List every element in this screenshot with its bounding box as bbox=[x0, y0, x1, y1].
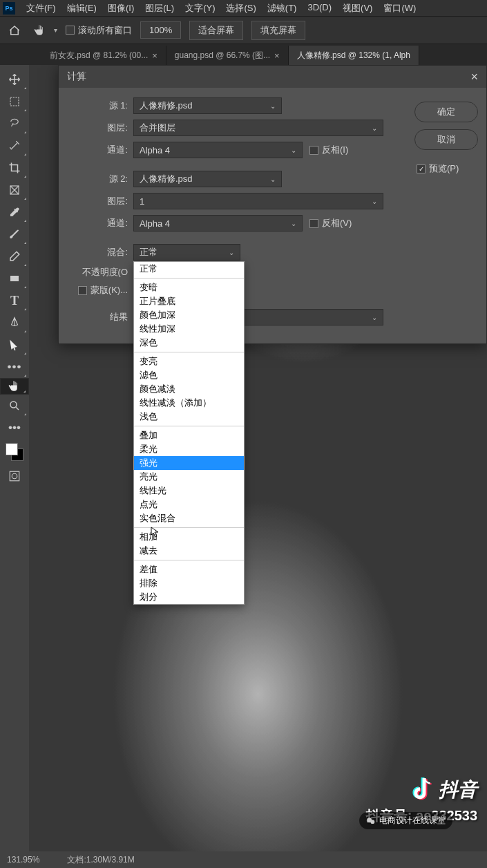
options-bar: ▾ 滚动所有窗口 100% 适合屏幕 填充屏幕 bbox=[0, 17, 487, 44]
svg-point-3 bbox=[10, 402, 17, 408]
frame-tool[interactable] bbox=[0, 179, 29, 201]
blend-option[interactable]: 线性加深 bbox=[134, 322, 244, 336]
blend-option[interactable]: 差值 bbox=[134, 563, 244, 576]
status-zoom: 131.95% bbox=[7, 855, 39, 865]
menu-item[interactable]: 3D(D) bbox=[302, 1, 337, 16]
pen-tool[interactable] bbox=[0, 312, 29, 334]
source1-label: 源 1: bbox=[67, 100, 133, 112]
layer1-select[interactable]: 合并图层⌄ bbox=[133, 120, 383, 136]
ok-button[interactable]: 确定 bbox=[414, 102, 478, 122]
close-icon[interactable]: × bbox=[470, 70, 478, 84]
chevron-down-icon: ⌄ bbox=[270, 176, 276, 183]
blend-option[interactable]: 正片叠底 bbox=[134, 294, 244, 308]
color-swatches[interactable] bbox=[0, 439, 29, 465]
calculations-dialog: 计算 × 源 1: 人像精修.psd⌄ 图层: 合并图层⌄ 通道: Alpha … bbox=[58, 65, 487, 344]
eyedropper-tool[interactable] bbox=[0, 201, 29, 223]
menu-item[interactable]: 图像(I) bbox=[102, 1, 140, 16]
blend-option[interactable]: 正常 bbox=[134, 262, 244, 276]
blend-option[interactable]: 减去 bbox=[134, 544, 244, 558]
source2-label: 源 2: bbox=[67, 173, 133, 185]
foreground-swatch[interactable] bbox=[6, 443, 18, 455]
home-icon[interactable] bbox=[7, 23, 22, 38]
blend-option[interactable]: 柔光 bbox=[134, 442, 244, 456]
blend-option[interactable]: 相加 bbox=[134, 530, 244, 544]
close-icon[interactable]: × bbox=[152, 50, 157, 61]
blend-option[interactable]: 浅色 bbox=[134, 410, 244, 424]
document-tab[interactable]: 人像精修.psd @ 132% (1, Alph bbox=[289, 46, 419, 65]
blend-option[interactable]: 滤色 bbox=[134, 368, 244, 382]
zoom-percent-button[interactable]: 100% bbox=[140, 21, 181, 39]
menu-item[interactable]: 视图(V) bbox=[337, 1, 378, 16]
fit-screen-button[interactable]: 适合屏幕 bbox=[189, 21, 243, 40]
chevron-down-icon: ⌄ bbox=[372, 198, 377, 205]
blend-option[interactable]: 线性光 bbox=[134, 484, 244, 498]
close-icon[interactable]: × bbox=[274, 50, 280, 61]
crop-tool[interactable] bbox=[0, 157, 29, 179]
menu-item[interactable]: 滤镜(T) bbox=[262, 1, 303, 16]
blend-option[interactable]: 亮光 bbox=[134, 470, 244, 484]
menu-item[interactable]: 文件(F) bbox=[21, 1, 61, 16]
marquee-tool[interactable] bbox=[0, 91, 29, 113]
blend-option[interactable]: 变暗 bbox=[134, 281, 244, 294]
blend-option[interactable]: 颜色减淡 bbox=[134, 382, 244, 396]
lasso-tool[interactable] bbox=[0, 113, 29, 135]
blend-option[interactable]: 点光 bbox=[134, 498, 244, 511]
blend-option[interactable]: 深色 bbox=[134, 336, 244, 350]
document-tab[interactable]: 前女友.psd @ 81.2% (00...× bbox=[41, 46, 166, 65]
layer2-label: 图层: bbox=[67, 195, 133, 207]
eraser-tool[interactable] bbox=[0, 245, 29, 267]
menu-item[interactable]: 选择(S) bbox=[220, 1, 261, 16]
status-doc: 文档:1.30M/3.91M bbox=[67, 854, 134, 866]
fill-screen-button[interactable]: 填充屏幕 bbox=[251, 21, 305, 40]
blend-option[interactable]: 叠加 bbox=[134, 428, 244, 442]
blend-option[interactable]: 实色混合 bbox=[134, 511, 244, 525]
wand-tool[interactable] bbox=[0, 135, 29, 157]
brush-tool[interactable] bbox=[0, 223, 29, 245]
blend-option[interactable]: 变亮 bbox=[134, 355, 244, 368]
chevron-down-icon: ⌄ bbox=[291, 147, 296, 154]
rectangle-tool[interactable] bbox=[0, 267, 29, 290]
opacity-label: 不透明度(O bbox=[67, 266, 133, 279]
svg-rect-0 bbox=[10, 97, 19, 106]
blend-label: 混合: bbox=[67, 246, 133, 258]
invert1-checkbox[interactable] bbox=[309, 146, 318, 155]
hand-tool[interactable] bbox=[0, 378, 29, 395]
type-tool[interactable]: T bbox=[0, 290, 29, 312]
invert2-checkbox[interactable] bbox=[309, 219, 318, 228]
menu-item[interactable]: 窗口(W) bbox=[378, 1, 421, 16]
svg-rect-2 bbox=[10, 276, 19, 281]
source2-select[interactable]: 人像精修.psd⌄ bbox=[133, 171, 282, 187]
document-tab[interactable]: guang.psd @ 66.7% (图...× bbox=[166, 46, 289, 65]
layer1-label: 图层: bbox=[67, 122, 133, 134]
cancel-button[interactable]: 取消 bbox=[414, 129, 478, 150]
result-label: 结果 bbox=[67, 311, 133, 323]
menu-item[interactable]: 编辑(E) bbox=[61, 1, 102, 16]
douyin-icon bbox=[414, 778, 435, 802]
app-logo: Ps bbox=[3, 2, 15, 15]
svg-rect-4 bbox=[10, 471, 19, 481]
scroll-all-checkbox[interactable]: 滚动所有窗口 bbox=[66, 24, 132, 37]
menu-item[interactable]: 文字(Y) bbox=[180, 1, 220, 16]
source1-select[interactable]: 人像精修.psd⌄ bbox=[133, 97, 282, 114]
edit-toolbar[interactable]: ••• bbox=[0, 417, 29, 439]
quick-mask[interactable] bbox=[0, 465, 29, 487]
blend-option[interactable]: 线性减淡（添加） bbox=[134, 396, 244, 410]
channel1-select[interactable]: Alpha 4⌄ bbox=[133, 142, 303, 158]
chevron-down-icon: ⌄ bbox=[372, 124, 377, 132]
blend-option[interactable]: 排除 bbox=[134, 576, 244, 590]
canvas[interactable]: 计算 × 源 1: 人像精修.psd⌄ 图层: 合并图层⌄ 通道: Alpha … bbox=[29, 65, 487, 851]
blend-option[interactable]: 划分 bbox=[134, 590, 244, 604]
preview-checkbox[interactable] bbox=[417, 164, 426, 173]
move-tool[interactable] bbox=[0, 68, 29, 91]
channel2-select[interactable]: Alpha 4⌄ bbox=[133, 215, 303, 232]
zoom-tool[interactable] bbox=[0, 395, 29, 417]
blend-option[interactable]: 颜色加深 bbox=[134, 308, 244, 322]
document-tabs: 前女友.psd @ 81.2% (00...×guang.psd @ 66.7%… bbox=[0, 44, 487, 65]
mask-checkbox[interactable] bbox=[78, 286, 87, 295]
path-tool[interactable] bbox=[0, 334, 29, 356]
blend-option[interactable]: 强光 bbox=[134, 456, 244, 470]
blend-select[interactable]: 正常⌄ 正常变暗正片叠底颜色加深线性加深深色变亮滤色颜色减淡线性减淡（添加）浅色… bbox=[133, 244, 240, 261]
layer2-select[interactable]: 1⌄ bbox=[133, 193, 383, 209]
menu-item[interactable]: 图层(L) bbox=[140, 1, 180, 16]
dots-tool[interactable]: ••• bbox=[0, 356, 29, 378]
